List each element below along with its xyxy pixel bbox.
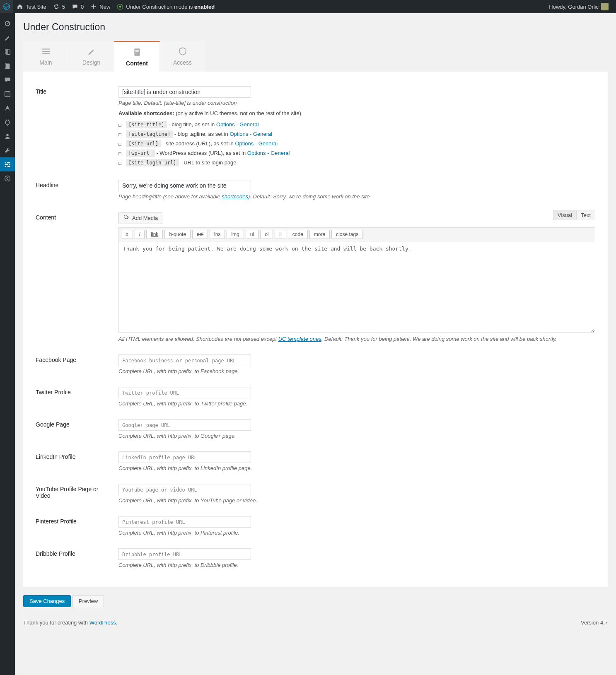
social-input[interactable] <box>118 387 251 398</box>
tab-access[interactable]: Access <box>160 41 205 72</box>
qt-code[interactable]: code <box>288 230 308 239</box>
my-account[interactable]: Howdy, Gordan Orlic <box>546 0 612 13</box>
avatar-icon <box>601 3 609 10</box>
brush-icon <box>87 47 96 56</box>
menu-dashboard[interactable] <box>0 17 15 31</box>
title-input[interactable] <box>118 86 251 98</box>
shortcode-item: [site-url] - site address (URL), as set … <box>118 139 595 148</box>
qt-ol[interactable]: ol <box>260 230 273 239</box>
menu-comments[interactable] <box>0 73 15 87</box>
svg-point-12 <box>6 166 7 167</box>
comments-count: 0 <box>81 4 84 10</box>
social-desc: Complete URL, with http prefix, to YouTu… <box>118 497 595 504</box>
options-general-link[interactable]: Options - General <box>247 150 290 156</box>
save-button[interactable]: Save Changes <box>23 595 71 607</box>
headline-input[interactable] <box>118 180 251 191</box>
options-general-link[interactable]: Options - General <box>216 121 259 128</box>
admin-menu <box>0 13 15 634</box>
home-icon <box>17 3 23 10</box>
shortcodes-heading: Available shortcodes: (only active in UC… <box>118 110 595 116</box>
uc-status[interactable]: Under Construction mode is enabled <box>114 0 218 13</box>
shortcode-code: [site-url] <box>126 140 161 147</box>
menu-settings[interactable] <box>0 157 15 171</box>
editor-toolbar: bilinkb-quotedelinsimgulollicodemoreclos… <box>118 227 595 241</box>
svg-point-10 <box>6 162 7 164</box>
shortcode-code: [site-title] <box>126 121 167 128</box>
title-desc: Page title. Default: [site-title] is und… <box>118 100 595 106</box>
shortcode-item: [site-login-url] - URL to site login pag… <box>118 158 595 167</box>
menu-forms[interactable] <box>0 87 15 101</box>
options-general-link[interactable]: Options - General <box>235 140 278 147</box>
new-content[interactable]: New <box>87 0 114 13</box>
qt-ul[interactable]: ul <box>246 230 258 239</box>
uc-template-link[interactable]: UC template ones <box>278 336 321 342</box>
social-input[interactable] <box>118 548 251 560</box>
shortcode-item: [wp-url] - WordPress address (URL), as s… <box>118 148 595 158</box>
options-general-link[interactable]: Options - General <box>229 131 272 137</box>
uc-state: enabled <box>194 4 215 10</box>
menu-tools[interactable] <box>0 143 15 157</box>
qt-b-quote[interactable]: b-quote <box>164 230 191 239</box>
add-media-button[interactable]: Add Media <box>118 212 162 224</box>
social-label: LinkedIn Profile <box>36 453 76 460</box>
menu-appearance[interactable] <box>0 101 15 115</box>
comments-link[interactable]: 0 <box>68 0 87 13</box>
svg-point-6 <box>6 134 8 136</box>
plus-icon <box>90 3 97 10</box>
qt-img[interactable]: img <box>227 230 244 239</box>
svg-rect-14 <box>42 48 50 49</box>
tab-main[interactable]: Main <box>23 41 69 72</box>
menu-users[interactable] <box>0 129 15 143</box>
updates-count: 5 <box>62 4 65 10</box>
social-desc: Complete URL, with http prefix, to Pinte… <box>118 530 595 536</box>
wordpress-link[interactable]: WordPress <box>89 620 116 626</box>
qt-ins[interactable]: ins <box>210 230 225 239</box>
qt-b[interactable]: b <box>121 230 133 239</box>
shortcodes-link[interactable]: shortcodes <box>222 193 248 200</box>
qt-close-tags[interactable]: close tags <box>331 230 363 239</box>
qt-link[interactable]: link <box>146 230 163 239</box>
social-input[interactable] <box>118 484 251 495</box>
shortcode-code: [wp-url] <box>126 149 155 157</box>
comments-icon <box>72 3 78 10</box>
qt-li[interactable]: li <box>275 230 286 239</box>
footer: Thank you for creating with WordPress. V… <box>23 620 608 626</box>
menu-collapse[interactable] <box>0 171 15 186</box>
content-textarea[interactable] <box>118 241 595 333</box>
shortcode-code: [site-tagline] <box>126 130 173 138</box>
site-home[interactable]: Test Site <box>13 0 50 13</box>
editor-mode-text[interactable]: Text <box>576 210 595 220</box>
shield-icon <box>178 47 187 56</box>
menu-plugins[interactable] <box>0 115 15 129</box>
title-label: Title <box>36 88 46 95</box>
svg-point-13 <box>5 176 10 181</box>
wp-logo[interactable] <box>0 0 13 13</box>
qt-del[interactable]: del <box>192 230 208 239</box>
media-icon <box>123 214 130 222</box>
editor-mode-visual[interactable]: Visual <box>553 210 577 220</box>
tab-content[interactable]: Content <box>114 41 160 72</box>
menu-media[interactable] <box>0 45 15 59</box>
social-input[interactable] <box>118 419 251 431</box>
uc-prefix: Under Construction mode is <box>126 4 194 10</box>
updates-icon <box>53 3 60 10</box>
shortcode-item: [site-tagline] - blog tagline, as set in… <box>118 129 595 139</box>
social-input[interactable] <box>118 516 251 528</box>
updates-link[interactable]: 5 <box>50 0 68 13</box>
sliders-icon <box>41 47 51 56</box>
shortcode-code: [site-login-url] <box>126 159 179 166</box>
menu-posts[interactable] <box>0 31 15 45</box>
social-input[interactable] <box>118 451 251 463</box>
svg-point-1 <box>119 6 121 8</box>
svg-point-11 <box>8 164 10 166</box>
menu-pages[interactable] <box>0 59 15 73</box>
shortcodes-list: [site-title] - blog title, as set in Opt… <box>118 120 595 167</box>
shortcode-item: [site-title] - blog title, as set in Opt… <box>118 120 595 129</box>
tab-design[interactable]: Design <box>69 41 114 72</box>
qt-i[interactable]: i <box>135 230 145 239</box>
preview-button[interactable]: Preview <box>72 595 104 607</box>
social-desc: Complete URL, with http prefix, to Dribb… <box>118 562 595 568</box>
social-label: Facebook Page <box>36 357 76 363</box>
qt-more[interactable]: more <box>309 230 330 239</box>
social-input[interactable] <box>118 354 251 366</box>
